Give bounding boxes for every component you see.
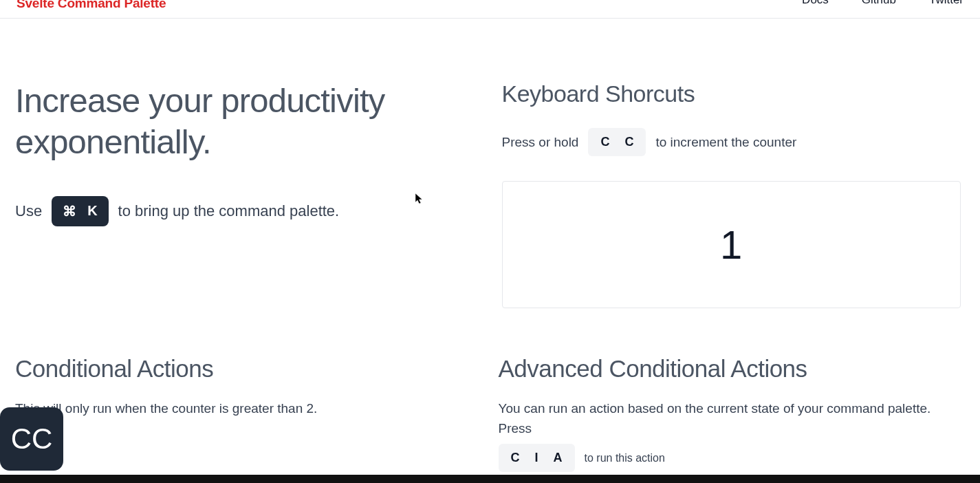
nav-docs[interactable]: Docs	[802, 0, 829, 7]
lower-grid: Conditional Actions This will only run w…	[0, 355, 980, 472]
use-line: Use ⌘ K to bring up the command palette.	[15, 196, 478, 226]
conditional-desc: This will only run when the counter is g…	[15, 399, 478, 419]
key-a: A	[554, 451, 563, 465]
logo[interactable]: Svelte Command Palette	[17, 0, 166, 11]
press-suffix: to increment the counter	[655, 135, 796, 150]
cia-line: C I A to run this action	[499, 444, 961, 472]
nav-github[interactable]: Github	[862, 0, 896, 7]
cmd-k-key: ⌘ K	[52, 196, 108, 226]
bottom-bar	[0, 475, 980, 483]
advanced-desc-suffix: to run this action	[585, 452, 665, 464]
key-i: I	[535, 451, 538, 465]
use-prefix: Use	[15, 202, 42, 220]
hero-section: Increase your productivity exponentially…	[15, 80, 478, 308]
cc-keys: C C	[588, 128, 646, 156]
shortcuts-section: Keyboard Shorcuts Press or hold C C to i…	[499, 80, 961, 308]
shortcuts-title: Keyboard Shorcuts	[502, 80, 961, 107]
cia-keys: C I A	[499, 444, 575, 472]
command-icon: ⌘	[63, 203, 76, 219]
cc-badge[interactable]: CC	[0, 407, 63, 471]
counter-box: 1	[502, 181, 961, 308]
hero-title: Increase your productivity exponentially…	[15, 80, 478, 163]
advanced-section: Advanced Conditional Actions You can run…	[499, 355, 961, 472]
key-c-2: C	[624, 135, 633, 149]
conditional-section: Conditional Actions This will only run w…	[15, 355, 478, 472]
nav-twitter[interactable]: Twitter	[929, 0, 963, 7]
shortcut-line: Press or hold C C to increment the count…	[502, 128, 961, 156]
key-c: C	[511, 451, 520, 465]
advanced-title: Advanced Conditional Actions	[499, 355, 961, 383]
nav: Docs Github Twitter	[802, 0, 963, 7]
key-c-1: C	[600, 135, 609, 149]
counter-value: 1	[720, 222, 742, 268]
use-suffix: to bring up the command palette.	[118, 202, 340, 220]
k-key: K	[87, 203, 97, 219]
advanced-desc-prefix: You can run an action based on the curre…	[499, 399, 961, 438]
header: Svelte Command Palette Docs Github Twitt…	[0, 0, 980, 19]
main-grid: Increase your productivity exponentially…	[0, 19, 980, 308]
press-prefix: Press or hold	[502, 135, 579, 150]
conditional-title: Conditional Actions	[15, 355, 478, 383]
